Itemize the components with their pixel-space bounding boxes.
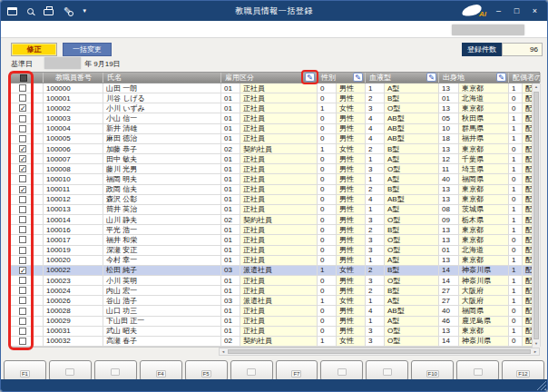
cell-employment[interactable]: 派遣社員 xyxy=(240,296,318,306)
row-checkbox-cell[interactable] xyxy=(11,276,33,286)
row-checkbox-cell[interactable] xyxy=(11,113,33,123)
scroll-right-icon[interactable]: ► xyxy=(532,349,539,354)
cell-name[interactable]: 福井 和栄 xyxy=(103,235,221,245)
cell-origin[interactable]: 群馬県 xyxy=(459,124,509,134)
row-checkbox-cell[interactable] xyxy=(11,327,33,337)
cell-origin[interactable]: 栃木県 xyxy=(459,215,509,225)
cell-employment-code[interactable]: 01 xyxy=(221,327,240,337)
cell-name[interactable]: 政岡 信夫 xyxy=(103,185,221,195)
row-checkbox[interactable] xyxy=(19,308,26,315)
horizontal-scroll-thumb[interactable] xyxy=(228,349,531,354)
fkey-f1-button[interactable]: F1ヘルプ xyxy=(4,360,46,381)
cell-spouse-code[interactable]: 0 xyxy=(509,317,523,327)
cell-blood-code[interactable]: 2 xyxy=(366,266,385,276)
cell-origin[interactable]: 茨城県 xyxy=(459,205,509,215)
cell-sex[interactable]: 男性 xyxy=(337,113,366,123)
cell-blood[interactable]: AB型 xyxy=(385,306,439,316)
row-checkbox-cell[interactable] xyxy=(11,124,33,134)
cell-employment-code[interactable]: 01 xyxy=(221,185,240,195)
cell-spouse-code[interactable]: 0 xyxy=(509,144,523,154)
cell-blood[interactable]: B型 xyxy=(385,93,439,103)
cell-blood[interactable]: A型 xyxy=(385,317,439,327)
cell-origin-code[interactable]: 13 xyxy=(439,144,459,154)
cell-sex[interactable]: 男性 xyxy=(337,327,366,337)
cell-name[interactable]: 新井 清雄 xyxy=(103,124,221,134)
cell-spouse-code[interactable]: 1 xyxy=(509,113,523,123)
cell-origin-code[interactable]: 10 xyxy=(439,124,459,134)
cell-sex[interactable]: 男性 xyxy=(337,124,366,134)
cell-sex-code[interactable]: 0 xyxy=(318,134,337,144)
cell-spouse-code[interactable]: 1 xyxy=(509,164,523,174)
print-preview-icon[interactable] xyxy=(27,8,34,15)
cell-number[interactable]: 100029 xyxy=(44,317,103,327)
select-all-checkbox[interactable] xyxy=(20,74,27,82)
cell-sex[interactable]: 男性 xyxy=(337,276,366,286)
cell-employment-code[interactable]: 01 xyxy=(221,286,240,296)
table-row[interactable]: 100026谷山 浩子03派遣社員1女性1A型27大阪府1配偶者 xyxy=(11,296,539,306)
cell-employment-code[interactable]: 01 xyxy=(221,174,240,184)
cell-spouse-code[interactable]: 0 xyxy=(509,174,523,184)
cell-sex-code[interactable]: 0 xyxy=(318,195,337,205)
cell-origin[interactable]: 東京都 xyxy=(459,235,509,245)
table-row[interactable]: 100031武山 昭夫01正社員0男性3O型13東京都1配偶者 xyxy=(11,327,539,337)
row-checkbox[interactable] xyxy=(19,94,26,102)
fkey-f7-button[interactable]: F7全選択 xyxy=(276,360,318,381)
cell-name[interactable]: 高瀬 春子 xyxy=(103,337,221,347)
cell-employment[interactable]: 正社員 xyxy=(240,235,318,245)
cell-employment[interactable]: 正社員 xyxy=(240,185,318,195)
cell-blood-code[interactable]: 4 xyxy=(366,195,385,205)
cell-spouse-code[interactable]: 1 xyxy=(509,225,523,235)
cell-spouse-code[interactable]: 1 xyxy=(509,124,523,134)
print-icon[interactable] xyxy=(44,9,54,15)
cell-employment[interactable]: 正社員 xyxy=(240,83,318,93)
cell-spouse-code[interactable]: 1 xyxy=(509,256,523,266)
cell-sex-code[interactable]: 0 xyxy=(318,174,337,184)
cell-employment-code[interactable]: 01 xyxy=(221,124,240,134)
cell-blood-code[interactable]: 3 xyxy=(366,215,385,225)
cell-spouse-code[interactable]: 1 xyxy=(509,83,523,93)
cell-employment-code[interactable]: 01 xyxy=(221,235,240,245)
cell-employment[interactable]: 契約社員 xyxy=(240,215,318,225)
cell-blood[interactable]: A型 xyxy=(385,205,439,215)
table-row[interactable]: 100014山川 静夫02契約社員0男性3O型09栃木県1配偶者 xyxy=(11,215,539,225)
cell-employment-code[interactable]: 01 xyxy=(221,93,240,103)
table-row[interactable]: 100003小山 信一01正社員0男性4AB型05秋田県1配偶者 xyxy=(11,113,539,123)
cell-name[interactable]: 川谷 しげる xyxy=(103,93,221,103)
cell-sex-code[interactable]: 1 xyxy=(318,296,337,306)
cell-sex[interactable]: 男性 xyxy=(337,93,366,103)
cell-number[interactable]: 100012 xyxy=(44,195,103,205)
cell-origin-code[interactable]: 01 xyxy=(439,93,459,103)
cell-blood[interactable]: B型 xyxy=(385,185,439,195)
cell-name[interactable]: 内山 宏一 xyxy=(103,286,221,296)
cell-number[interactable]: 100001 xyxy=(44,93,103,103)
cell-origin-code[interactable]: 14 xyxy=(439,337,459,347)
row-checkbox[interactable] xyxy=(19,175,26,182)
row-checkbox[interactable] xyxy=(19,135,26,142)
cell-number[interactable]: 100004 xyxy=(44,124,103,134)
cell-origin-code[interactable]: 18 xyxy=(439,134,459,144)
cell-origin-code[interactable]: 13 xyxy=(439,235,459,245)
table-row[interactable]: 100019深瀬 安正01正社員0男性3O型01北海道0配偶者 xyxy=(11,246,539,256)
cell-blood[interactable]: B型 xyxy=(385,286,439,296)
cell-number[interactable]: 100026 xyxy=(44,296,103,306)
cell-employment[interactable]: 契約社員 xyxy=(240,337,318,347)
cell-blood-code[interactable]: 1 xyxy=(366,205,385,215)
row-checkbox[interactable] xyxy=(19,338,26,345)
table-row[interactable]: 100004新井 清雄01正社員0男性4AB型10群馬県1配偶者 xyxy=(11,124,539,134)
cell-blood-code[interactable]: 1 xyxy=(366,174,385,184)
cell-blood-code[interactable]: 1 xyxy=(366,317,385,327)
cell-number[interactable]: 100024 xyxy=(44,286,103,296)
cell-spouse-code[interactable]: 1 xyxy=(509,276,523,286)
cell-employment-code[interactable]: 01 xyxy=(221,83,240,93)
row-checkbox-cell[interactable] xyxy=(11,93,33,103)
cell-origin-code[interactable]: 13 xyxy=(439,195,459,205)
cell-spouse-code[interactable]: 0 xyxy=(509,103,523,113)
cell-employment-code[interactable]: 01 xyxy=(221,103,240,113)
cell-origin-code[interactable]: 13 xyxy=(439,185,459,195)
row-checkbox[interactable] xyxy=(19,318,26,325)
row-checkbox[interactable] xyxy=(19,196,26,203)
cell-name[interactable]: 武山 昭夫 xyxy=(103,327,221,337)
cell-spouse-code[interactable]: 1 xyxy=(509,296,523,306)
cell-sex[interactable]: 男性 xyxy=(337,154,366,164)
cell-origin[interactable]: 福岡県 xyxy=(459,306,509,316)
